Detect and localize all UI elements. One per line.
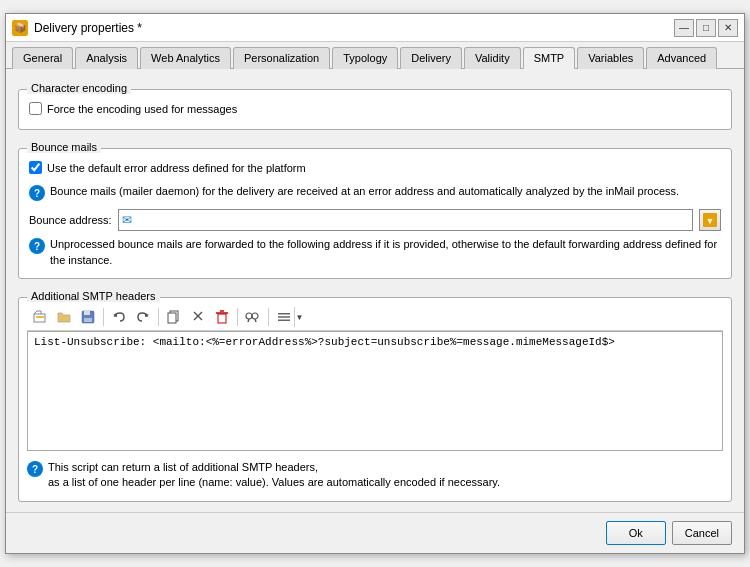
- smtp-headers-group: Additional SMTP headers: [18, 297, 732, 502]
- force-encoding-label: Force the encoding used for messages: [47, 103, 237, 115]
- svg-line-18: [248, 319, 249, 322]
- bounce-address-label: Bounce address:: [29, 214, 112, 226]
- ok-button[interactable]: Ok: [606, 521, 666, 545]
- tab-web-analytics[interactable]: Web Analytics: [140, 47, 231, 69]
- code-editor-wrapper: List-Unsubscribe: <mailto:<%=errorAddres…: [27, 331, 723, 451]
- menu-dropdown-arrow: ▼: [294, 307, 304, 327]
- tab-variables[interactable]: Variables: [577, 47, 644, 69]
- folder-icon: [57, 310, 71, 324]
- svg-text:▼: ▼: [706, 216, 715, 226]
- svg-rect-12: [218, 314, 226, 323]
- bounce-address-row: Bounce address: ✉ ▼: [29, 209, 721, 231]
- smtp-info-text: This script can return a list of additio…: [48, 460, 500, 491]
- tab-advanced[interactable]: Advanced: [646, 47, 717, 69]
- open-file-icon: [33, 310, 47, 324]
- bounce-address-input[interactable]: [134, 214, 689, 226]
- toolbar-menu-dropdown[interactable]: ▼: [273, 307, 305, 327]
- titlebar-left: 📦 Delivery properties *: [12, 20, 142, 36]
- force-encoding-checkbox[interactable]: [29, 102, 42, 115]
- titlebar: 📦 Delivery properties * — □ ✕: [6, 14, 744, 42]
- undo-icon: [112, 310, 126, 324]
- dropdown-icon: ▼: [703, 213, 717, 227]
- email-icon: ✉: [122, 213, 132, 227]
- window-controls: — □ ✕: [674, 19, 738, 37]
- svg-point-16: [252, 313, 258, 319]
- footer: Ok Cancel: [6, 512, 744, 553]
- svg-rect-9: [168, 313, 176, 323]
- svg-rect-20: [278, 313, 290, 315]
- find-icon: [245, 310, 261, 324]
- tab-typology[interactable]: Typology: [332, 47, 398, 69]
- toolbar-sep-2: [158, 308, 159, 326]
- toolbar-sep-4: [268, 308, 269, 326]
- svg-rect-4: [84, 311, 90, 315]
- tab-analysis[interactable]: Analysis: [75, 47, 138, 69]
- main-window: 📦 Delivery properties * — □ ✕ General An…: [5, 13, 745, 554]
- default-error-address-label: Use the default error address defined fo…: [47, 162, 306, 174]
- toolbar-sep-3: [237, 308, 238, 326]
- toolbar-redo-button[interactable]: [132, 307, 154, 327]
- content-area: Character encoding Force the encoding us…: [6, 69, 744, 512]
- window-title: Delivery properties *: [34, 21, 142, 35]
- bounce-mails-group: Bounce mails Use the default error addre…: [18, 148, 732, 279]
- minimize-button[interactable]: —: [674, 19, 694, 37]
- smtp-bottom-info: ? This script can return a list of addit…: [27, 456, 723, 493]
- default-error-address-row: Use the default error address defined fo…: [29, 157, 721, 178]
- character-encoding-group: Character encoding Force the encoding us…: [18, 89, 732, 130]
- bounce-address-input-wrapper: ✉: [118, 209, 693, 231]
- toolbar-open-button[interactable]: [29, 307, 51, 327]
- character-encoding-title: Character encoding: [27, 82, 131, 94]
- toolbar-cut-button[interactable]: [187, 307, 209, 327]
- app-icon: 📦: [12, 20, 28, 36]
- delete-icon: [215, 310, 229, 324]
- close-button[interactable]: ✕: [718, 19, 738, 37]
- forwarding-info-row: ? Unprocessed bounce mails are forwarded…: [29, 237, 721, 268]
- code-editor[interactable]: List-Unsubscribe: <mailto:<%=errorAddres…: [27, 331, 723, 451]
- cut-icon: [191, 310, 205, 324]
- default-error-address-checkbox[interactable]: [29, 161, 42, 174]
- toolbar-menu-icon: [274, 307, 294, 327]
- smtp-headers-title: Additional SMTP headers: [27, 290, 160, 302]
- bounce-address-dropdown[interactable]: ▼: [699, 209, 721, 231]
- forwarding-info-text: Unprocessed bounce mails are forwarded t…: [50, 237, 721, 268]
- tab-delivery[interactable]: Delivery: [400, 47, 462, 69]
- tab-general[interactable]: General: [12, 47, 73, 69]
- svg-rect-5: [84, 318, 92, 322]
- bounce-info-row: ? Bounce mails (mailer daemon) for the d…: [29, 184, 721, 201]
- bounce-mails-title: Bounce mails: [27, 141, 101, 153]
- svg-rect-22: [278, 320, 290, 322]
- tab-personalization[interactable]: Personalization: [233, 47, 330, 69]
- save-icon: [81, 310, 95, 324]
- menu-icon: [277, 310, 291, 324]
- forwarding-info-icon: ?: [29, 238, 45, 254]
- toolbar-copy-button[interactable]: [163, 307, 185, 327]
- toolbar-folder-button[interactable]: [53, 307, 75, 327]
- redo-icon: [136, 310, 150, 324]
- cancel-button[interactable]: Cancel: [672, 521, 732, 545]
- smtp-info-icon: ?: [27, 461, 43, 477]
- svg-point-15: [246, 313, 252, 319]
- svg-rect-21: [278, 316, 290, 318]
- force-encoding-row: Force the encoding used for messages: [29, 98, 721, 119]
- tab-smtp[interactable]: SMTP: [523, 47, 576, 69]
- tab-validity[interactable]: Validity: [464, 47, 521, 69]
- toolbar-sep-1: [103, 308, 104, 326]
- copy-icon: [167, 310, 181, 324]
- toolbar-find-button[interactable]: [242, 307, 264, 327]
- tab-bar: General Analysis Web Analytics Personali…: [6, 42, 744, 69]
- svg-line-19: [255, 319, 256, 322]
- toolbar-undo-button[interactable]: [108, 307, 130, 327]
- toolbar-save-button[interactable]: [77, 307, 99, 327]
- toolbar-delete-button[interactable]: [211, 307, 233, 327]
- bounce-info-text: Bounce mails (mailer daemon) for the del…: [50, 184, 679, 199]
- svg-rect-2: [34, 314, 45, 322]
- editor-toolbar: ▼: [27, 304, 723, 331]
- bounce-info-icon: ?: [29, 185, 45, 201]
- maximize-button[interactable]: □: [696, 19, 716, 37]
